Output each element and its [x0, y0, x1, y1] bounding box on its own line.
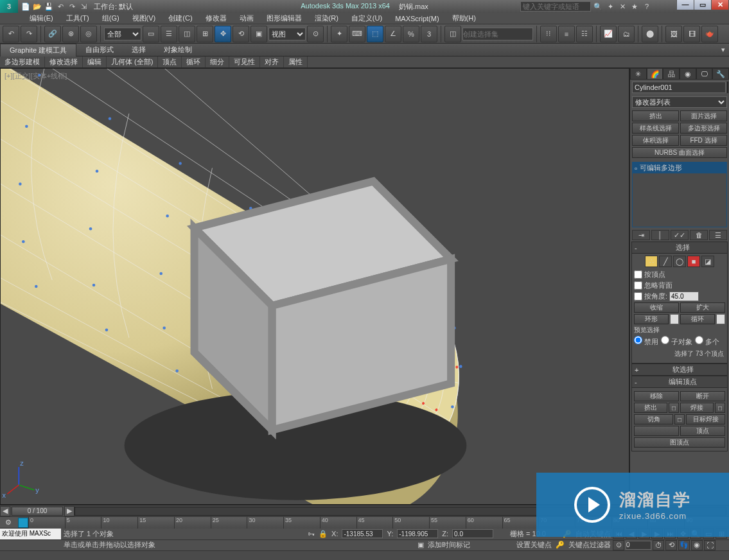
btn-extrude[interactable]: 挤出	[632, 110, 679, 121]
menu-group[interactable]: 组(G)	[96, 13, 126, 24]
menu-maxscript[interactable]: MAXScript(M)	[389, 14, 445, 23]
btn-volsel[interactable]: 体积选择	[632, 135, 679, 146]
btn-ring[interactable]: 环形	[634, 314, 669, 324]
manipulate-button[interactable]: ✦	[331, 26, 347, 42]
loop-spinner[interactable]	[716, 314, 725, 324]
viewport[interactable]: [+][正交][实体+线框]	[0, 68, 629, 505]
angle-snap-button[interactable]: ∠	[385, 26, 401, 42]
render-setup-button[interactable]: 🖼	[665, 26, 682, 42]
subtab-vertex[interactable]: 顶点	[158, 57, 182, 67]
subtab-loop[interactable]: 循环	[182, 57, 206, 67]
tab-hierarchy-icon[interactable]: 品	[663, 68, 680, 80]
subtab-visibility[interactable]: 可见性	[229, 57, 260, 67]
coord-z-input[interactable]	[452, 529, 493, 538]
named-sel-button[interactable]: ◫	[444, 26, 461, 42]
radio-subobj[interactable]: 子对象	[661, 336, 692, 347]
ring-spinner[interactable]	[670, 314, 679, 324]
btn-break[interactable]: 断开	[680, 391, 725, 401]
angle-input[interactable]	[669, 292, 699, 301]
btn-chamfer-opt[interactable]: □	[674, 414, 685, 424]
lock2-icon[interactable]: 🔒	[319, 530, 328, 538]
help-icon[interactable]: ?	[642, 1, 652, 12]
tab-utilities-icon[interactable]: 🔧	[712, 68, 729, 80]
exchange-icon[interactable]: ✕	[617, 1, 628, 12]
btn-patchsel[interactable]: 面片选择	[680, 110, 727, 121]
open-icon[interactable]: 📂	[32, 1, 42, 12]
btn-remove[interactable]: 移除	[634, 391, 679, 401]
mirror-button[interactable]: ⁝⁝	[540, 26, 557, 42]
coord-y-input[interactable]	[397, 529, 438, 538]
app-logo[interactable]: 3	[0, 0, 18, 13]
subtab-modsel[interactable]: 修改选择	[45, 57, 83, 67]
save-icon[interactable]: 💾	[44, 1, 54, 12]
isolate-icon[interactable]: ▣	[417, 541, 424, 549]
radio-disable[interactable]: 禁用	[634, 336, 658, 347]
selection-filter[interactable]: 全部	[104, 28, 141, 40]
subtab-align[interactable]: 对齐	[260, 57, 284, 67]
search-icon[interactable]: 🔍	[593, 1, 603, 12]
menu-views[interactable]: 视图(V)	[126, 13, 162, 24]
chk-byangle[interactable]	[634, 292, 642, 301]
sparkle-icon[interactable]: ✦	[605, 1, 615, 12]
select-region-button[interactable]: ◫	[179, 26, 195, 42]
maxscript-listener[interactable]: 欢迎使用 MAXSc	[0, 529, 61, 540]
ribbon-tab-graphite[interactable]: Graphite 建模工具	[0, 44, 76, 57]
tab-motion-icon[interactable]: ◉	[680, 68, 696, 80]
unlink-button[interactable]: ⊗	[62, 26, 79, 42]
spinner-snap-button[interactable]: 3	[421, 26, 437, 42]
setkey-icon[interactable]: 🔑	[556, 541, 565, 549]
layers-button[interactable]: ☷	[576, 26, 593, 42]
frame-input[interactable]	[626, 541, 651, 550]
select-move-button[interactable]: ✥	[215, 26, 231, 42]
so-edge-icon[interactable]: ╱	[659, 256, 672, 267]
maxscript-input[interactable]	[0, 540, 61, 552]
menu-modifiers[interactable]: 修改器	[199, 13, 233, 24]
btn-shrink[interactable]: 收缩	[634, 302, 679, 313]
btn-splinesel[interactable]: 样条线选择	[632, 123, 679, 134]
select-name-button[interactable]: ☰	[161, 26, 177, 42]
select-scale-button[interactable]: ▣	[250, 26, 267, 42]
maximize-button[interactable]: ▭	[694, 0, 712, 10]
so-polygon-icon[interactable]: ■	[687, 256, 700, 267]
rendered-frame-button[interactable]: 🎞	[683, 26, 700, 42]
render-button[interactable]: 🫖	[701, 26, 718, 42]
so-border-icon[interactable]: ◯	[673, 256, 686, 267]
menu-animation[interactable]: 动画	[233, 13, 260, 24]
star-icon[interactable]: ★	[629, 1, 640, 12]
ribbon-expand-icon[interactable]: ▾	[721, 46, 729, 54]
chk-byvertex[interactable]	[634, 270, 642, 279]
snap-toggle-button[interactable]: ⬚	[367, 26, 383, 42]
tab-display-icon[interactable]: 🖵	[696, 68, 713, 80]
time-config-icon[interactable]: ⏱	[653, 540, 664, 550]
lock-icon[interactable]: 🗝	[308, 530, 315, 538]
undo-icon[interactable]: ↶	[55, 1, 66, 12]
btn-polysel[interactable]: 多边形选择	[680, 123, 727, 134]
link-icon[interactable]: ⇲	[78, 1, 89, 12]
percent-snap-button[interactable]: %	[403, 26, 419, 42]
rollout-editvertex-header[interactable]: -编辑顶点	[631, 376, 728, 388]
ribbon-tab-freeform[interactable]: 自由形式	[76, 44, 123, 56]
coord-x-input[interactable]	[342, 529, 383, 538]
radio-multi[interactable]: 多个	[695, 336, 719, 347]
so-element-icon[interactable]: ◪	[701, 256, 714, 267]
workspace-label[interactable]: 工作台: 默认	[94, 2, 133, 12]
subtab-edit[interactable]: 编辑	[83, 57, 107, 67]
object-name-input[interactable]	[632, 82, 726, 93]
time-marker[interactable]	[18, 518, 28, 528]
align-button[interactable]: ≡	[558, 26, 575, 42]
btn-vsel[interactable]: 图顶点	[634, 437, 725, 448]
show-end-icon[interactable]: │	[651, 230, 669, 240]
subtab-geom[interactable]: 几何体 (全部)	[107, 57, 158, 67]
nav-dolly-icon[interactable]: ◉	[691, 540, 703, 550]
btn-extrude-opt[interactable]: □	[669, 403, 679, 413]
btn-chamfer[interactable]: 切角	[634, 414, 673, 424]
modifier-list[interactable]: 修改器列表	[632, 96, 727, 108]
stack-item-editpoly[interactable]: ▫可编辑多边形	[633, 162, 726, 173]
select-rotate-button[interactable]: ⟲	[233, 26, 249, 42]
ribbon-tab-paint[interactable]: 对象绘制	[155, 44, 201, 56]
btn-vertex2[interactable]: 顶点	[680, 426, 725, 436]
select-button[interactable]: ▭	[143, 26, 159, 42]
btn-weld-opt[interactable]: □	[715, 403, 725, 413]
rollout-softsel-header[interactable]: +软选择	[631, 363, 728, 376]
viewcube[interactable]	[0, 88, 610, 523]
